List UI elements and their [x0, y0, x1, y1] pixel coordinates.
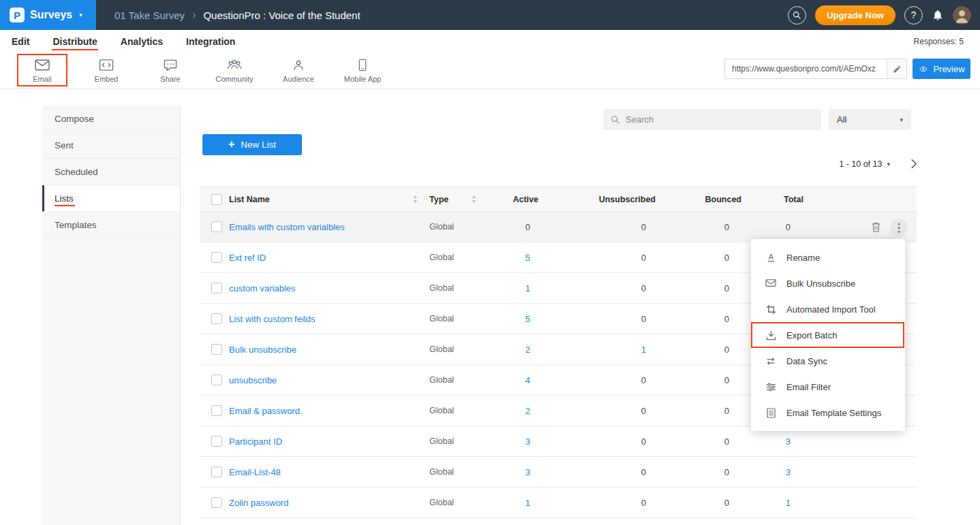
list-active-count[interactable]: 5 [486, 242, 530, 272]
row-checkbox[interactable] [211, 375, 222, 385]
pagination-range-dropdown[interactable]: 1 - 10 of 13 ▾ [839, 159, 890, 169]
list-type: Global [429, 304, 454, 334]
row-checkbox[interactable] [211, 405, 222, 416]
tab-distribute[interactable]: Distribute [52, 36, 97, 47]
list-unsubscribed-count: 0 [595, 457, 646, 487]
menu-item-automated-import-tool[interactable]: Automated Import Tool [751, 296, 905, 322]
email-sidebar: ComposeSentScheduledListsTemplates [42, 106, 181, 525]
list-active-count[interactable]: 1 [486, 273, 530, 303]
breadcrumb-separator-icon: › [192, 9, 196, 21]
product-name: Surveys [30, 9, 72, 21]
row-checkbox[interactable] [211, 313, 222, 324]
row-checkbox[interactable] [211, 497, 222, 508]
export-batch-icon [765, 330, 776, 340]
menu-item-export-batch[interactable]: Export Batch [751, 322, 905, 348]
list-name-link[interactable]: Email & password. [229, 396, 303, 426]
column-header-list-name[interactable]: List Name [229, 187, 270, 211]
list-type: Global [429, 334, 454, 364]
search-icon[interactable] [788, 6, 806, 25]
list-active-count[interactable]: 1 [486, 488, 530, 518]
toolbar-item-embed[interactable]: Embed [85, 58, 128, 83]
row-checkbox[interactable] [211, 436, 222, 447]
plus-icon: + [228, 138, 234, 150]
list-name-link[interactable]: Ext ref ID [229, 242, 266, 272]
help-icon[interactable]: ? [904, 6, 923, 25]
list-bounced-count: 0 [685, 242, 729, 272]
community-icon [226, 58, 243, 71]
menu-item-rename[interactable]: ARename [751, 244, 905, 270]
list-total-count[interactable]: 3 [759, 457, 791, 487]
list-bounced-count: 0 [685, 273, 729, 303]
tab-integration[interactable]: Integration [186, 36, 235, 47]
toolbar-item-mobile-app[interactable]: Mobile App [341, 58, 384, 83]
menu-item-email-template-settings[interactable]: Email Template Settings [751, 400, 905, 426]
notifications-bell-icon[interactable] [932, 9, 944, 21]
upgrade-now-button[interactable]: Upgrade Now [815, 5, 895, 25]
row-checkbox[interactable] [211, 344, 222, 355]
row-checkbox[interactable] [211, 221, 222, 232]
select-all-checkbox[interactable] [211, 194, 222, 205]
sort-icon[interactable] [413, 187, 418, 211]
toolbar-item-email[interactable]: Email [20, 58, 64, 83]
list-unsubscribed-count: 0 [595, 365, 646, 395]
survey-url-box: https://www.questionpro.com/t/AEmOxz [724, 59, 907, 79]
table-row: Emails with custom varialblesGlobal0000 [200, 212, 917, 242]
row-checkbox[interactable] [211, 252, 222, 263]
embed-icon [98, 58, 114, 71]
list-active-count[interactable]: 2 [486, 396, 530, 426]
row-checkbox[interactable] [211, 283, 222, 293]
surveys-product-menu[interactable]: P Surveys ▾ [0, 0, 96, 30]
row-menu-kebab-icon[interactable] [890, 219, 908, 236]
list-active-count[interactable]: 3 [486, 457, 530, 487]
survey-url[interactable]: https://www.questionpro.com/t/AEmOxz [725, 64, 887, 74]
menu-item-data-sync[interactable]: Data Sync [751, 348, 905, 374]
sidebar-item-lists[interactable]: Lists [42, 185, 180, 212]
toolbar-item-label: Email [33, 75, 52, 83]
list-name-link[interactable]: Email-List-48 [229, 457, 281, 487]
sidebar-item-sent[interactable]: Sent [42, 132, 180, 159]
list-total-count[interactable]: 1 [759, 488, 791, 518]
user-avatar[interactable] [953, 6, 971, 25]
list-unsubscribed-count[interactable]: 1 [595, 334, 646, 364]
next-page-chevron-icon[interactable] [910, 159, 917, 169]
list-type: Global [429, 365, 454, 395]
list-name-link[interactable]: Emails with custom varialbles [229, 212, 345, 242]
tab-edit[interactable]: Edit [12, 36, 29, 47]
search-input[interactable] [626, 114, 814, 125]
edit-url-pencil-icon[interactable] [887, 59, 906, 78]
list-unsubscribed-count: 0 [595, 242, 646, 272]
tab-analytics[interactable]: Analytics [121, 36, 163, 47]
sort-icon[interactable] [472, 187, 476, 211]
sidebar-item-templates[interactable]: Templates [42, 212, 180, 238]
responses-count[interactable]: Responses: 5 [914, 37, 980, 46]
toolbar-item-community[interactable]: Community [213, 58, 256, 83]
list-name-link[interactable]: Zolin password [229, 488, 288, 518]
sidebar-item-scheduled[interactable]: Scheduled [42, 159, 180, 185]
toolbar-item-share[interactable]: Share [149, 58, 192, 83]
chevron-down-icon: ▾ [900, 116, 903, 123]
audience-icon [291, 58, 306, 71]
menu-item-bulk-unsubscribe[interactable]: Bulk Unsubscribe [751, 270, 905, 296]
row-checkbox[interactable] [211, 466, 222, 477]
column-header-type[interactable]: Type [429, 187, 448, 211]
toolbar-item-audience[interactable]: Audience [277, 58, 320, 83]
list-type: Global [429, 212, 454, 242]
list-unsubscribed-count: 0 [595, 212, 646, 242]
list-active-count[interactable]: 5 [486, 304, 530, 334]
list-filter-dropdown[interactable]: All ▾ [829, 109, 911, 130]
list-name-link[interactable]: Bulk unsubscribe [229, 334, 296, 364]
list-name-link[interactable]: List with custom feilds [229, 304, 315, 334]
list-active-count[interactable]: 3 [486, 426, 530, 456]
list-name-link[interactable]: custom variables [229, 273, 296, 303]
list-name-link[interactable]: Participant ID [229, 426, 282, 456]
list-name-link[interactable]: unsubscribe [229, 365, 277, 395]
sidebar-item-compose[interactable]: Compose [42, 106, 180, 132]
list-active-count[interactable]: 2 [486, 334, 530, 364]
preview-button[interactable]: Preview [913, 59, 970, 79]
list-active-count[interactable]: 4 [486, 365, 530, 395]
table-row: Zolin passwordGlobal1001 [200, 488, 917, 518]
delete-list-icon[interactable] [871, 221, 881, 233]
new-list-button[interactable]: + New List [202, 134, 302, 155]
menu-item-email-filter[interactable]: Email Filter [751, 374, 905, 400]
breadcrumb-survey-link[interactable]: 01 Take Survey [114, 10, 185, 21]
